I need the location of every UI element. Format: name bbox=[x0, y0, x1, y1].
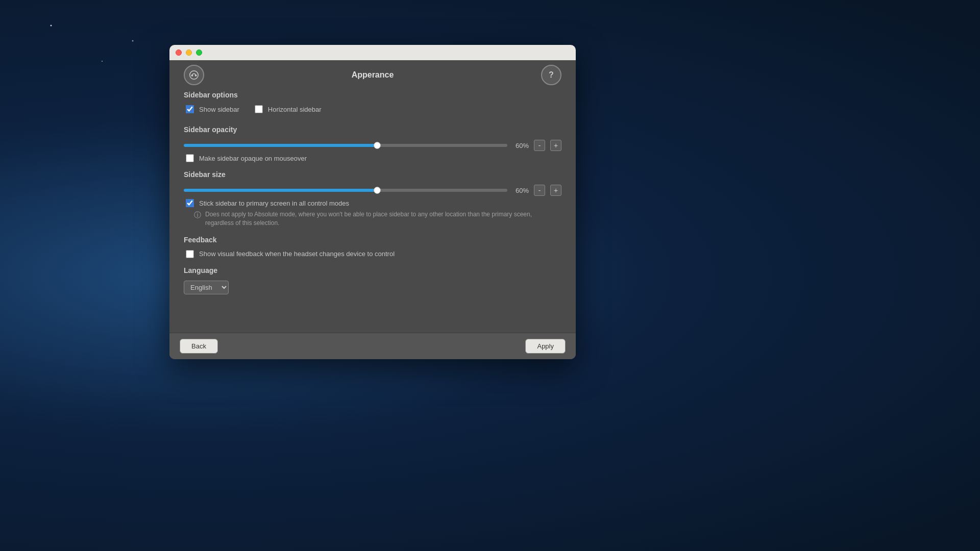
sidebar-size-section: Sidebar size 60% - + Stick sidebar to pr… bbox=[184, 170, 561, 228]
header-row: Apperance ? bbox=[184, 70, 561, 80]
horizontal-sidebar-label: Horizontal sidebar bbox=[268, 106, 322, 113]
sidebar-size-title: Sidebar size bbox=[184, 170, 561, 179]
make-opaque-checkbox[interactable] bbox=[186, 154, 194, 162]
horizontal-sidebar-checkbox[interactable] bbox=[255, 105, 263, 113]
show-sidebar-row: Show sidebar bbox=[186, 105, 239, 113]
stick-sidebar-checkbox[interactable] bbox=[186, 199, 194, 207]
logo-button[interactable] bbox=[184, 65, 204, 85]
show-visual-row: Show visual feedback when the headset ch… bbox=[186, 250, 561, 258]
make-opaque-row: Make sidebar opaque on mouseover bbox=[186, 154, 561, 162]
feedback-title: Feedback bbox=[184, 236, 561, 244]
show-sidebar-label: Show sidebar bbox=[199, 106, 239, 113]
language-title: Language bbox=[184, 266, 561, 274]
stick-sidebar-label: Stick sidebar to primary screen in all c… bbox=[199, 199, 349, 207]
help-button[interactable]: ? bbox=[541, 65, 561, 85]
sidebar-options-title: Sidebar options bbox=[184, 91, 561, 99]
info-text: Does not apply to Absolute mode, where y… bbox=[205, 210, 561, 228]
svg-point-25 bbox=[191, 74, 193, 77]
show-visual-label: Show visual feedback when the headset ch… bbox=[199, 250, 395, 258]
opacity-minus-button[interactable]: - bbox=[534, 140, 545, 151]
window-body: Apperance ? Sidebar options Show sidebar… bbox=[169, 60, 576, 359]
horizontal-sidebar-row: Horizontal sidebar bbox=[255, 105, 322, 113]
size-minus-button[interactable]: - bbox=[534, 185, 545, 196]
show-sidebar-checkbox[interactable] bbox=[186, 105, 194, 113]
opacity-plus-button[interactable]: + bbox=[550, 140, 561, 151]
title-bar bbox=[169, 45, 576, 60]
apply-button[interactable]: Apply bbox=[525, 339, 566, 354]
minimize-button[interactable] bbox=[186, 49, 192, 56]
feedback-section: Feedback Show visual feedback when the h… bbox=[184, 236, 561, 258]
info-row: ⓘ Does not apply to Absolute mode, where… bbox=[194, 210, 561, 228]
show-visual-checkbox[interactable] bbox=[186, 250, 194, 258]
sidebar-opacity-title: Sidebar opacity bbox=[184, 126, 561, 134]
opacity-value: 60% bbox=[512, 142, 529, 149]
svg-point-24 bbox=[190, 71, 199, 80]
sidebar-opacity-section: Sidebar opacity 60% - + Make sidebar opa… bbox=[184, 126, 561, 162]
app-window: Apperance ? Sidebar options Show sidebar… bbox=[169, 45, 576, 359]
make-opaque-label: Make sidebar opaque on mouseover bbox=[199, 155, 307, 162]
size-value: 60% bbox=[512, 187, 529, 194]
svg-point-26 bbox=[195, 74, 197, 77]
info-icon: ⓘ bbox=[194, 211, 201, 220]
maximize-button[interactable] bbox=[196, 49, 202, 56]
opacity-slider[interactable] bbox=[184, 144, 507, 147]
language-select[interactable]: English Français Deutsch Español 日本語 bbox=[184, 281, 229, 294]
content-area: Apperance ? Sidebar options Show sidebar… bbox=[169, 60, 576, 333]
svg-point-1 bbox=[102, 61, 103, 62]
stars-decoration bbox=[0, 0, 153, 77]
size-slider-row: 60% - + bbox=[184, 185, 561, 196]
close-button[interactable] bbox=[176, 49, 182, 56]
footer-bar: Back Apply bbox=[169, 333, 576, 359]
opacity-slider-row: 60% - + bbox=[184, 140, 561, 151]
size-plus-button[interactable]: + bbox=[550, 185, 561, 196]
back-button[interactable]: Back bbox=[180, 339, 218, 354]
stick-sidebar-row: Stick sidebar to primary screen in all c… bbox=[186, 199, 561, 207]
svg-point-0 bbox=[51, 25, 52, 27]
size-slider[interactable] bbox=[184, 189, 507, 192]
svg-point-4 bbox=[132, 40, 134, 42]
window-title: Apperance bbox=[352, 70, 394, 80]
language-section: Language English Français Deutsch Españo… bbox=[184, 266, 561, 294]
sidebar-options-section: Sidebar options Show sidebar Horizontal … bbox=[184, 91, 561, 117]
